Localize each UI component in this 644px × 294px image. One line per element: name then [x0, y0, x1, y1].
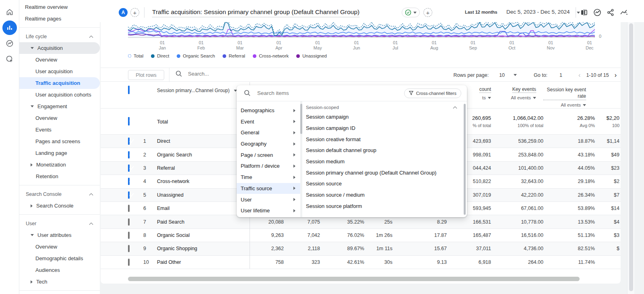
select-all-checkbox[interactable] [128, 86, 130, 94]
category-menu-item[interactable]: Custom [237, 101, 300, 105]
dimension-option[interactable]: Session creative format [306, 134, 462, 145]
next-page-button[interactable]: › [615, 72, 617, 79]
sidebar-item-realtime-overview[interactable]: Realtime overview [19, 1, 100, 13]
sidebar-item[interactable]: Overview [19, 112, 100, 124]
page-scrollbar-thumb[interactable] [629, 23, 633, 291]
row-checkbox[interactable] [128, 178, 130, 185]
sidebar-item[interactable]: User acquisition cohorts [19, 89, 100, 101]
sidebar-item-acquisition[interactable]: Acquisition [19, 42, 100, 54]
sidebar-item[interactable]: Events [19, 124, 100, 136]
session-key-event-rate-column-header[interactable]: Session key event rate All events [543, 82, 595, 108]
legend-item[interactable]: Total [128, 53, 143, 58]
row-checkbox[interactable] [128, 205, 130, 212]
sidebar-item[interactable]: Demographic details [19, 253, 100, 264]
home-nav-button[interactable] [2, 5, 17, 19]
sidebar-item-retention[interactable]: Retention [19, 171, 100, 182]
dimension-header[interactable]: Session primary...Channel Group) [157, 82, 250, 108]
rows-per-page-select[interactable]: 10 [499, 72, 505, 78]
table-search-input[interactable] [188, 71, 268, 77]
dimension-option[interactable]: Session primary channel group (Default C… [306, 167, 462, 178]
category-menu-item[interactable]: Demographics [237, 105, 300, 116]
reports-nav-button[interactable] [2, 21, 17, 35]
dimension-option[interactable]: Session campaign ID [306, 123, 462, 134]
table-row[interactable]: 9 Organic Shopping 2,362 2,118 89.67% 1m… [101, 242, 621, 255]
row-checkbox[interactable] [128, 232, 130, 239]
sidebar-item-realtime-pages[interactable]: Realtime pages [19, 13, 100, 25]
dimension-option[interactable]: Session campaign [306, 111, 462, 123]
row-checkbox[interactable] [128, 259, 130, 266]
category-menu-item[interactable]: Event [237, 116, 300, 127]
date-range-picker[interactable]: Dec 5, 2023 - Dec 5, 2024 [506, 9, 580, 15]
category-menu-item[interactable]: Geography [237, 138, 300, 150]
horizontal-scrollbar[interactable] [128, 277, 580, 281]
row-checkbox[interactable] [128, 191, 130, 199]
submenu-arrow-icon [293, 187, 295, 190]
sidebar-item[interactable]: User acquisition [19, 66, 100, 77]
picker-search-input[interactable] [257, 90, 398, 96]
row-checkbox[interactable] [128, 138, 130, 145]
comparison-icon[interactable] [580, 8, 588, 17]
dimension-option[interactable]: Session source platform [306, 201, 462, 212]
add-report-button[interactable]: + [423, 8, 432, 17]
sidebar-item[interactable]: Overview [19, 54, 100, 66]
sidebar-item[interactable]: Overview [19, 241, 100, 253]
dimension-option[interactable]: Session medium [306, 156, 462, 167]
legend-item[interactable]: Referral [223, 53, 245, 58]
add-comparison-button[interactable]: + [130, 8, 139, 17]
sidebar-item[interactable]: Audiences [19, 264, 100, 276]
legend-item[interactable]: Direct [151, 53, 169, 58]
row-checkbox[interactable] [128, 218, 130, 226]
goto-page-input[interactable]: 1 [559, 72, 562, 78]
sidebar-section-life-cycle[interactable]: Life cycle [19, 31, 100, 42]
category-menu-item[interactable]: Traffic source [237, 183, 300, 194]
share-icon[interactable] [606, 8, 615, 17]
sidebar-item[interactable]: Pages and screens [19, 136, 100, 147]
report-status-badge[interactable] [402, 8, 420, 17]
sidebar-section-user[interactable]: User [19, 218, 100, 229]
legend-item[interactable]: Unassigned [296, 53, 327, 58]
sidebar-item-engagement[interactable]: Engagement [19, 101, 100, 112]
session-scoped-group-header[interactable]: Session-scoped [306, 101, 462, 111]
table-row[interactable]: 10 Paid Other 758 323 42.61% 30s 9.13 6,… [101, 256, 621, 269]
sidebar-item[interactable]: Landing page [19, 147, 100, 159]
row-checkbox[interactable] [128, 151, 130, 158]
sidebar-item-user-attributes[interactable]: User attributes [19, 229, 100, 241]
sidebar-item-tech[interactable]: Tech [19, 276, 100, 288]
category-menu-item[interactable]: General [237, 127, 300, 138]
chevron-down-icon[interactable] [514, 74, 517, 76]
sparkline-insights-icon[interactable] [619, 8, 628, 17]
property-avatar[interactable]: A [119, 8, 128, 17]
category-label: Custom [241, 101, 259, 102]
insights-icon[interactable] [593, 8, 602, 17]
dimension-option[interactable]: Session source / medium [306, 189, 462, 201]
category-menu-item[interactable]: User [237, 194, 300, 205]
prev-page-button[interactable]: ‹ [578, 72, 580, 79]
legend-item[interactable]: Cross-network [253, 53, 289, 58]
sidebar-item-search-console[interactable]: Search Console [19, 200, 100, 212]
sidebar-section-search-console[interactable]: Search Console [19, 188, 100, 200]
row-checkbox[interactable] [128, 164, 130, 172]
dimension-option[interactable]: Session source [306, 178, 462, 189]
picker-menu-scrollbar-thumb[interactable] [300, 104, 302, 134]
legend-item[interactable]: Organic Search [177, 53, 215, 58]
picker-options-scrollbar-thumb[interactable] [464, 104, 466, 215]
cross-channel-filters-chip[interactable]: Cross-channel filters [404, 88, 461, 98]
report-title[interactable]: Traffic acquisition: Session primary cha… [152, 8, 359, 17]
total-row-checkbox[interactable] [128, 117, 130, 125]
explore-nav-button[interactable] [2, 36, 17, 51]
search-icon [175, 70, 182, 77]
key-events-column-header[interactable]: Key events All events [491, 82, 543, 108]
table-row[interactable]: 8 Organic Social 9,263 7,042 76.02% 1m 2… [101, 229, 621, 242]
table-row[interactable]: 7 Paid Search 20,088 7,075 35.22% 25s 8.… [101, 215, 621, 228]
category-menu-item[interactable]: Page / screen [237, 149, 300, 160]
category-menu-item[interactable]: Time [237, 172, 300, 183]
plot-rows-button[interactable]: Plot rows [128, 70, 164, 80]
category-menu-item[interactable]: User lifetime [237, 205, 300, 216]
sidebar-item[interactable]: Traffic acquisition [19, 77, 100, 89]
advertising-nav-button[interactable] [2, 52, 17, 66]
dimension-option[interactable]: Session default channel group [306, 145, 462, 156]
category-menu-item[interactable]: Platform / device [237, 160, 300, 172]
row-checkbox[interactable] [128, 245, 130, 252]
page-scrollbar-track[interactable] [627, 22, 634, 294]
sidebar-item-monetization[interactable]: Monetization [19, 159, 100, 171]
